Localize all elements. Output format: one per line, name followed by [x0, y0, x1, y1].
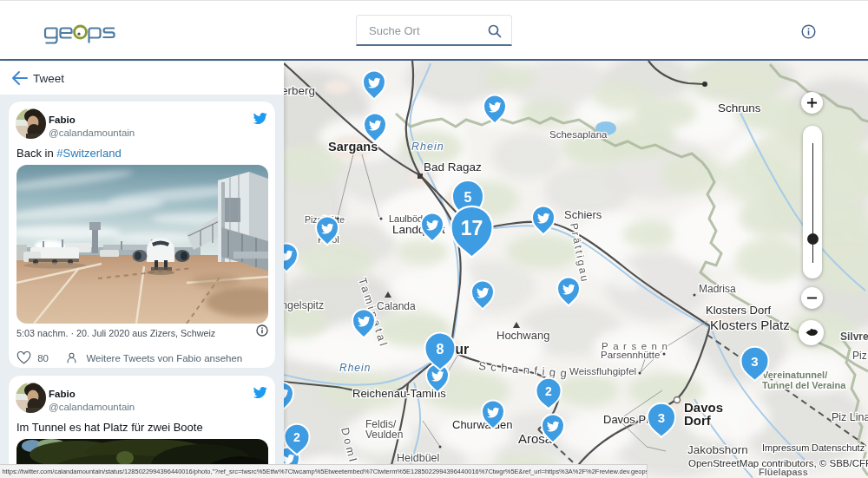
svg-text:Klosters Dorf: Klosters Dorf [706, 304, 772, 317]
svg-text:Weissfluhgipfel: Weissfluhgipfel [569, 366, 636, 377]
svg-text:Schruns: Schruns [718, 101, 761, 115]
svg-text:Rhein: Rhein [411, 141, 444, 153]
svg-text:ngelspitz: ngelspitz [284, 299, 324, 311]
svg-text:Hochwang: Hochwang [496, 329, 549, 342]
svg-text:Bad Ragaz: Bad Ragaz [424, 160, 482, 174]
svg-text:Datenschutz: Datenschutz [812, 442, 865, 453]
svg-text:Impressum: Impressum [762, 442, 809, 453]
svg-text:3: 3 [751, 354, 758, 369]
svg-text:Klosters Platz: Klosters Platz [710, 318, 790, 332]
svg-text:Flüelapass: Flüelapass [759, 467, 808, 477]
svg-text:Churwalden: Churwalden [452, 418, 512, 431]
svg-text:5: 5 [464, 190, 472, 205]
svg-text:17: 17 [461, 217, 483, 239]
svg-text:Madrisa: Madrisa [699, 283, 736, 295]
svg-text:Jakobshorn: Jakobshorn [687, 443, 748, 456]
svg-text:Dorf: Dorf [684, 413, 712, 428]
svg-text:3: 3 [658, 410, 665, 425]
svg-text:Calanda: Calanda [377, 300, 416, 312]
svg-text:Silvrett: Silvrett [840, 331, 868, 343]
svg-text:Rhein: Rhein [339, 362, 371, 374]
svg-text:8: 8 [437, 342, 444, 357]
svg-text:Heidbüel: Heidbüel [397, 452, 439, 464]
svg-text:erberg: erberg [284, 84, 315, 97]
svg-text:Piz Linard: Piz Linard [832, 411, 868, 423]
svg-text:2: 2 [293, 430, 300, 444]
svg-text:Schiers: Schiers [564, 208, 602, 221]
svg-text:Tunnel del Veraina: Tunnel del Veraina [762, 380, 846, 390]
svg-text:Schesaplana: Schesaplana [549, 129, 608, 140]
svg-text:Veulden: Veulden [365, 429, 403, 441]
svg-text:Davos Pl.: Davos Pl. [603, 413, 652, 426]
svg-text:Piz: Piz [852, 350, 867, 362]
svg-text:Vereinatunnel/: Vereinatunnel/ [762, 370, 827, 380]
svg-text:Sargans: Sargans [328, 140, 378, 154]
svg-text:2: 2 [545, 384, 552, 398]
svg-text:Parsennhütte: Parsennhütte [601, 350, 660, 360]
svg-text:Reichenau-Tamins: Reichenau-Tamins [352, 387, 446, 400]
